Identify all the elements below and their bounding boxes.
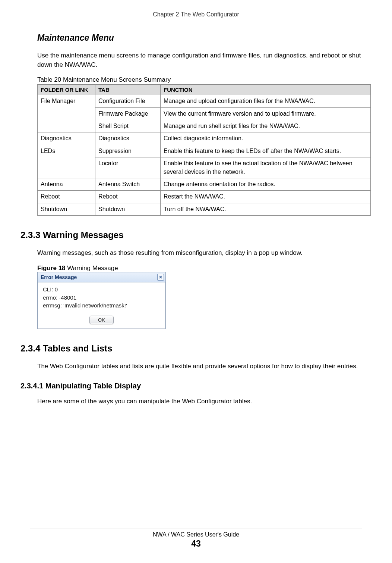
figure-label: Figure 18 [37, 265, 66, 272]
page-footer: NWA / WAC Series User's Guide 43 [0, 529, 392, 549]
cell-folder: LEDs [38, 145, 95, 178]
th-function: FUNCTION [161, 85, 371, 95]
cell-tab: Shutdown [95, 203, 161, 215]
page-number: 43 [0, 539, 392, 549]
ok-button: OK [89, 316, 114, 324]
chapter-header: Chapter 2 The Web Configurator [20, 11, 372, 18]
table-row: Antenna Antenna Switch Change antenna or… [38, 178, 371, 191]
cell-tab: Suppression [95, 145, 161, 157]
cell-func: Turn off the NWA/WAC. [161, 203, 371, 215]
table-caption: Table 20 Maintenance Menu Screens Summar… [37, 76, 372, 84]
cell-folder: Antenna [38, 178, 95, 191]
table-row: Shutdown Shutdown Turn off the NWA/WAC. [38, 203, 371, 215]
heading-2-3-3: 2.3.3 Warning Messages [20, 230, 372, 240]
dialog-line: errno: -48001 [43, 294, 161, 302]
dialog-title: Error Message [41, 274, 77, 280]
table-row: LEDs Suppression Enable this feature to … [38, 145, 371, 157]
cell-func: Enable this feature to keep the LEDs off… [161, 145, 371, 157]
heading-number: 2.3.4.1 [20, 382, 45, 390]
close-icon: ✕ [157, 274, 164, 281]
footer-rule [30, 529, 362, 529]
th-folder: FOLDER OR LINK [38, 85, 95, 95]
cell-folder: Diagnostics [38, 132, 95, 145]
heading-text: Warning Messages [43, 230, 124, 240]
cell-tab: Locator [95, 157, 161, 178]
maintenance-intro: Use the maintenance menu screens to mana… [37, 51, 372, 69]
th-tab: TAB [95, 85, 161, 95]
cell-folder: File Manager [38, 95, 95, 132]
cell-tab: Diagnostics [95, 132, 161, 145]
cell-tab: Firmware Package [95, 107, 161, 120]
heading-text: Manipulating Table Display [45, 382, 141, 390]
cell-folder: Reboot [38, 191, 95, 203]
manipulating-body: Here are some of the ways you can manipu… [37, 397, 372, 406]
heading-2-3-4-1: 2.3.4.1 Manipulating Table Display [20, 382, 372, 390]
heading-number: 2.3.3 [20, 230, 43, 240]
cell-func: Manage and run shell script files for th… [161, 120, 371, 132]
maintenance-menu-table: FOLDER OR LINK TAB FUNCTION File Manager… [37, 84, 371, 216]
cell-func: Change antenna orientation for the radio… [161, 178, 371, 191]
dialog-line: errmsg: 'Invalid network/netmask!' [43, 301, 161, 310]
dialog-content: CLI: 0 errno: -48001 errmsg: 'Invalid ne… [38, 282, 165, 314]
cell-tab: Antenna Switch [95, 178, 161, 191]
dialog-button-row: OK [38, 314, 165, 329]
cell-folder: Shutdown [38, 203, 95, 215]
table-row: File Manager Configuration File Manage a… [38, 95, 371, 107]
table-row: Diagnostics Diagnostics Collect diagnost… [38, 132, 371, 145]
table-row: Reboot Reboot Restart the NWA/WAC. [38, 191, 371, 203]
cell-tab: Reboot [95, 191, 161, 203]
heading-2-3-4: 2.3.4 Tables and Lists [20, 343, 372, 354]
dialog-line: CLI: 0 [43, 285, 161, 294]
figure-caption: Figure 18 Warning Message [37, 265, 372, 272]
error-dialog-figure: Error Message ✕ CLI: 0 errno: -48001 err… [37, 272, 166, 329]
tables-body: The Web Configurator tables and lists ar… [37, 362, 372, 371]
cell-tab: Configuration File [95, 95, 161, 107]
cell-func: Collect diagnostic information. [161, 132, 371, 145]
cell-tab: Shell Script [95, 120, 161, 132]
heading-text: Tables and Lists [43, 343, 112, 353]
heading-number: 2.3.4 [20, 343, 43, 353]
footer-title: NWA / WAC Series User's Guide [0, 531, 392, 538]
dialog-titlebar: Error Message ✕ [38, 272, 165, 282]
cell-func: Restart the NWA/WAC. [161, 191, 371, 203]
cell-func: Enable this feature to see the actual lo… [161, 157, 371, 178]
section-title-maintenance: Maintenance Menu [37, 33, 372, 43]
warning-body: Warning messages, such as those resultin… [37, 248, 372, 258]
cell-func: Manage and upload configuration files fo… [161, 95, 371, 107]
figure-title: Warning Message [66, 265, 118, 272]
cell-func: View the current firmware version and to… [161, 107, 371, 120]
